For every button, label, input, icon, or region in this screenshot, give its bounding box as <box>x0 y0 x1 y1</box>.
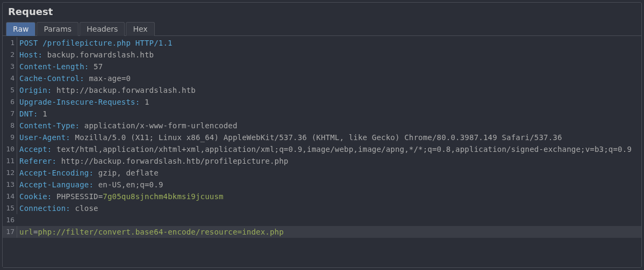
header-name: Origin <box>19 86 47 94</box>
tab-raw[interactable]: Raw <box>6 22 35 36</box>
header-name: Accept-Encoding <box>19 169 89 177</box>
header-value: max-age=0 <box>89 74 131 83</box>
line-number: 3 <box>3 61 17 72</box>
header-name: Upgrade-Insecure-Requests <box>19 98 135 106</box>
header-value: en-US,en;q=0.9 <box>98 180 163 189</box>
line-number: 7 <box>3 108 17 120</box>
header-name: Accept <box>19 145 47 154</box>
header-value: close <box>75 204 98 213</box>
editor-line[interactable]: 1 POST /profilepicture.php HTTP/1.1 <box>3 37 641 49</box>
header-name: Host <box>19 50 38 59</box>
tab-headers[interactable]: Headers <box>80 22 125 36</box>
header-value: http://backup.forwardslash.htb/profilepi… <box>61 157 289 165</box>
editor-line[interactable]: 3 Content-Length: 57 <box>3 61 641 72</box>
header-value: 57 <box>94 62 103 71</box>
line-number: 13 <box>3 179 17 191</box>
editor-line[interactable]: 9 User-Agent: Mozilla/5.0 (X11; Linux x8… <box>3 132 641 143</box>
editor-line[interactable]: 2 Host: backup.forwardslash.htb <box>3 49 641 61</box>
line-number: 8 <box>3 120 17 132</box>
header-name: Cookie <box>19 192 47 201</box>
raw-editor[interactable]: 1 POST /profilepicture.php HTTP/1.1 2 Ho… <box>3 36 641 267</box>
header-name: DNT <box>19 110 33 118</box>
header-value: application/x-www-form-urlencoded <box>84 121 238 130</box>
line-number: 16 <box>3 214 17 226</box>
line-number: 12 <box>3 167 17 179</box>
header-name: Referer <box>19 157 52 165</box>
header-value: 1 <box>42 110 47 118</box>
line-number: 1 <box>3 37 17 49</box>
editor-line[interactable]: 7 DNT: 1 <box>3 108 641 120</box>
line-number: 10 <box>3 143 17 155</box>
header-value-prefix: PHPSESSID= <box>56 192 103 201</box>
line-number: 6 <box>3 96 17 108</box>
header-name: Content-Length <box>19 62 84 71</box>
editor-line[interactable]: 16 <box>3 214 641 226</box>
request-start-line: POST /profilepicture.php HTTP/1.1 <box>19 39 173 47</box>
editor-line[interactable]: 5 Origin: http://backup.forwardslash.htb <box>3 84 641 96</box>
line-number: 4 <box>3 72 17 84</box>
body-param-value: php://filter/convert.base64-encode/resou… <box>38 228 284 236</box>
header-name: Accept-Language <box>19 180 89 189</box>
header-value: 1 <box>145 98 149 106</box>
line-number: 2 <box>3 49 17 61</box>
editor-line[interactable]: 14 Cookie: PHPSESSID=7g05qu8sjnchm4bkmsi… <box>3 191 641 202</box>
header-value: gzip, deflate <box>98 169 159 177</box>
editor-line[interactable]: 13 Accept-Language: en-US,en;q=0.9 <box>3 179 641 191</box>
tab-bar: Raw Params Headers Hex <box>3 21 641 36</box>
editor-line[interactable]: 6 Upgrade-Insecure-Requests: 1 <box>3 96 641 108</box>
line-number: 17 <box>3 226 17 238</box>
line-number: 9 <box>3 132 17 143</box>
editor-line-body[interactable]: 17 url=php://filter/convert.base64-encod… <box>3 226 641 238</box>
editor-line[interactable]: 11 Referer: http://backup.forwardslash.h… <box>3 155 641 167</box>
header-value: Mozilla/5.0 (X11; Linux x86_64) AppleWeb… <box>75 133 562 142</box>
editor-line[interactable]: 15 Connection: close <box>3 202 641 214</box>
editor-line[interactable]: 10 Accept: text/html,application/xhtml+x… <box>3 143 641 155</box>
header-value: http://backup.forwardslash.htb <box>56 86 196 94</box>
editor-line[interactable]: 8 Content-Type: application/x-www-form-u… <box>3 120 641 132</box>
header-name: Connection <box>19 204 66 213</box>
header-value: backup.forwardslash.htb <box>47 50 154 59</box>
tab-params[interactable]: Params <box>37 22 78 36</box>
cookie-value: 7g05qu8sjnchm4bkmsi9jcuusm <box>103 192 223 201</box>
header-name: Cache-Control <box>19 74 80 83</box>
editor-line[interactable]: 12 Accept-Encoding: gzip, deflate <box>3 167 641 179</box>
header-name: Content-Type <box>19 121 75 130</box>
request-panel: Request Raw Params Headers Hex 1 POST /p… <box>2 2 642 268</box>
line-number: 15 <box>3 202 17 214</box>
editor-line[interactable]: 4 Cache-Control: max-age=0 <box>3 72 641 84</box>
header-value: text/html,application/xhtml+xml,applicat… <box>56 145 632 154</box>
header-name: User-Agent <box>19 133 66 142</box>
line-number: 14 <box>3 191 17 202</box>
panel-title: Request <box>3 3 641 21</box>
body-param-key: url <box>19 228 33 236</box>
line-number: 11 <box>3 155 17 167</box>
line-number: 5 <box>3 84 17 96</box>
tab-hex[interactable]: Hex <box>126 22 154 36</box>
